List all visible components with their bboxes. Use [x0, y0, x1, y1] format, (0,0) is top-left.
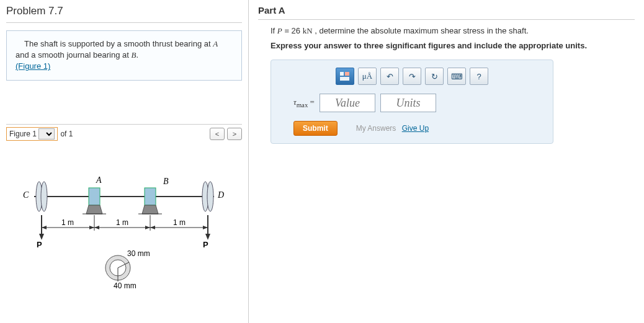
prompt-pre: If: [271, 26, 277, 35]
value-input[interactable]: [320, 94, 375, 112]
next-figure-button[interactable]: >: [227, 128, 242, 140]
figure-select-label: Figure 1: [9, 130, 37, 138]
svg-marker-9: [142, 205, 158, 214]
tau-subscript: max: [297, 101, 308, 108]
intro-text-3: .: [136, 50, 138, 60]
part-a-instruction: Express your answer to three significant…: [258, 41, 635, 50]
figure-dropdown[interactable]: [38, 128, 55, 139]
prompt-post: , determine the absolute maximum shear s…: [313, 26, 529, 35]
svg-point-13: [207, 182, 213, 211]
prompt-eq: = 26: [282, 26, 303, 35]
svg-marker-25: [145, 226, 150, 229]
figure-count-label: of 1: [60, 130, 73, 138]
figure-toolbar: Figure 1 of 1 < >: [6, 124, 242, 141]
answer-row: τmax =: [279, 94, 545, 112]
help-button[interactable]: ?: [470, 68, 488, 85]
intro-text-2: and a smooth journal bearing at: [16, 50, 131, 60]
variable-p: P: [277, 26, 282, 35]
svg-marker-22: [42, 226, 47, 229]
part-a-title: Part A: [258, 5, 635, 20]
prompt-unit: kN: [303, 26, 313, 35]
undo-button[interactable]: ↶: [380, 68, 399, 85]
prev-figure-button[interactable]: <: [210, 128, 225, 140]
svg-text:P: P: [203, 240, 208, 249]
svg-marker-32: [39, 234, 44, 240]
svg-text:A: A: [96, 175, 102, 185]
svg-rect-45: [340, 77, 349, 81]
svg-marker-27: [203, 226, 208, 229]
submit-button[interactable]: Submit: [293, 121, 338, 136]
svg-text:1 m: 1 m: [116, 218, 128, 227]
units-input[interactable]: [380, 94, 436, 112]
svg-text:40 mm: 40 mm: [114, 281, 136, 290]
svg-text:1 m: 1 m: [61, 218, 74, 227]
submit-row: Submit My Answers Give Up: [279, 121, 545, 136]
figure-link[interactable]: (Figure 1): [16, 61, 50, 71]
svg-text:30 mm: 30 mm: [127, 249, 150, 258]
figure-select[interactable]: Figure 1: [6, 127, 58, 141]
svg-rect-43: [340, 72, 344, 76]
svg-marker-5: [86, 205, 102, 214]
redo-button[interactable]: ↷: [403, 68, 421, 85]
equals-sign: =: [308, 97, 315, 107]
keyboard-button[interactable]: ⌨: [447, 68, 466, 85]
point-a-label: A: [213, 39, 218, 48]
svg-rect-4: [89, 188, 100, 205]
problem-intro: The shaft is supported by a smooth thrus…: [6, 30, 242, 81]
figure-diagram: C A B D: [6, 153, 236, 290]
svg-marker-24: [94, 226, 99, 229]
my-answers-label: My Answers: [356, 124, 396, 133]
intro-text-1: The shaft is supported by a smooth thrus…: [24, 39, 213, 48]
svg-marker-23: [89, 226, 94, 229]
svg-text:1 m: 1 m: [173, 218, 186, 227]
give-up-link[interactable]: Give Up: [402, 124, 429, 133]
formula-toolbar: μÅ ↶ ↷ ↻ ⌨ ?: [279, 68, 545, 85]
my-answers-area: My Answers Give Up: [356, 124, 429, 133]
svg-rect-44: [345, 72, 349, 76]
answer-variable-label: τmax =: [293, 97, 315, 108]
problem-title: Problem 7.7: [6, 5, 242, 23]
reset-button[interactable]: ↻: [425, 68, 444, 85]
svg-text:D: D: [217, 190, 224, 200]
svg-text:B: B: [163, 177, 169, 186]
svg-marker-26: [150, 226, 155, 229]
units-symbols-button[interactable]: μÅ: [358, 68, 377, 85]
svg-text:P: P: [37, 240, 42, 249]
svg-marker-35: [205, 234, 210, 240]
svg-rect-8: [145, 188, 156, 205]
svg-text:C: C: [23, 190, 29, 200]
answer-panel: μÅ ↶ ↷ ↻ ⌨ ? τmax = Submit My Answers Gi…: [271, 60, 553, 144]
templates-button[interactable]: [336, 68, 354, 85]
part-a-prompt: If P = 26 kN , determine the absolute ma…: [258, 26, 635, 36]
svg-point-2: [41, 182, 47, 211]
